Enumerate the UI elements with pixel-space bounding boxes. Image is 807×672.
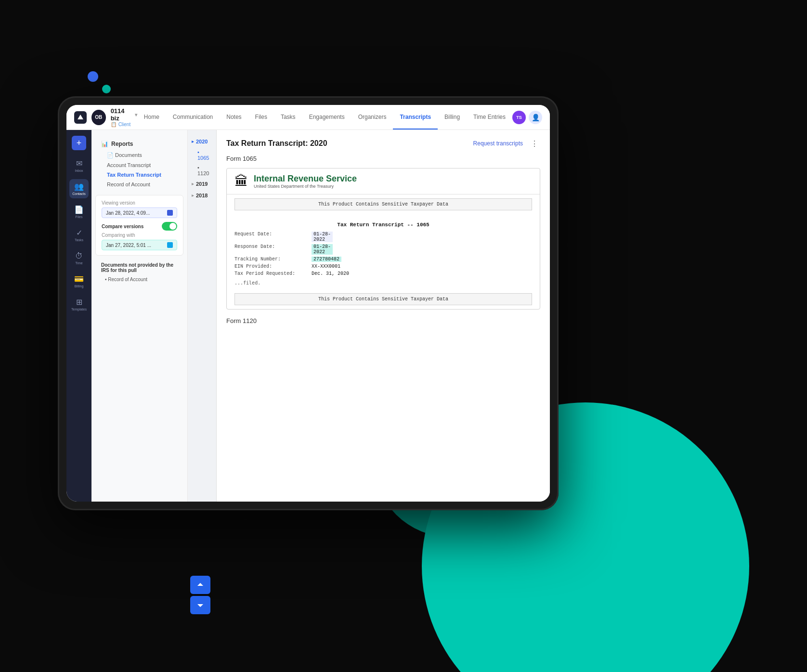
left-panel-documents[interactable]: 📄 Documents	[97, 150, 182, 160]
sidebar-item-contacts[interactable]: 👥 Contacts	[69, 179, 89, 198]
irs-document: 🏛 Internal Revenue Service United States…	[226, 168, 540, 310]
row-period: Tax Period Requested: Dec. 31, 2020	[234, 271, 532, 276]
left-panel-account-transcript[interactable]: Account Transcript	[97, 160, 182, 170]
time-icon: ⏱	[75, 252, 83, 260]
irs-title: Internal Revenue Service	[254, 174, 357, 184]
value-tracking: 272780482	[312, 257, 341, 262]
tab-tasks[interactable]: Tasks	[274, 105, 302, 129]
scroll-up-button[interactable]	[190, 576, 210, 594]
compare-versions-label: Compare versions	[102, 224, 143, 229]
row-request-date: Request Date: 01-28-2022	[234, 232, 532, 242]
left-panel-record-of-account[interactable]: Record of Account	[97, 180, 182, 189]
more-options-button[interactable]: ⋮	[529, 138, 540, 149]
scroll-down-button[interactable]	[190, 596, 210, 614]
field-response-date: Response Date:	[234, 244, 302, 255]
templates-icon: ⊞	[76, 297, 82, 307]
contacts-icon: 👥	[74, 182, 84, 191]
sidebar-item-templates[interactable]: ⊞ Templates	[69, 295, 89, 314]
transcript-actions: Request transcripts ⋮	[473, 138, 540, 149]
comparing-with-label: Comparing with	[102, 233, 177, 238]
form-1065[interactable]: • 1065	[188, 147, 216, 163]
section-title: Tax Return Transcript -- 1065	[234, 222, 532, 228]
sensitive-bar-bottom: This Product Contains Sensitive Taxpayer…	[234, 293, 532, 305]
year-2019[interactable]: 2019	[188, 178, 216, 190]
inbox-icon: ✉	[76, 159, 82, 168]
tab-home[interactable]: Home	[137, 105, 166, 129]
compare-row: Compare versions	[102, 222, 177, 231]
sidebar-item-inbox[interactable]: ✉ Inbox	[69, 156, 89, 175]
version-section: Viewing version Jan 28, 2022, 4:09... Co…	[95, 195, 183, 256]
field-tracking: Tracking Number:	[234, 257, 302, 262]
decoration-dot-blue	[88, 71, 98, 82]
value-ein: XX-XXX0001	[312, 264, 340, 269]
value-response-date: 01-28-2022	[312, 244, 333, 255]
tab-files[interactable]: Files	[248, 105, 274, 129]
row-response-date: Response Date: 01-28-2022	[234, 244, 532, 255]
irs-header: 🏛 Internal Revenue Service United States…	[227, 168, 540, 194]
billing-icon: 💳	[74, 274, 84, 284]
client-info: OB 0114 biz ▾ 📋 Client	[91, 107, 137, 127]
app-logo[interactable]	[74, 111, 87, 124]
version-dot-teal	[167, 242, 173, 248]
tab-time-entries[interactable]: Time Entries	[467, 105, 512, 129]
tab-transcripts[interactable]: Transcripts	[393, 105, 438, 129]
viewing-version-select[interactable]: Jan 28, 2022, 4:09...	[102, 207, 177, 218]
compare-toggle[interactable]	[162, 222, 177, 231]
client-name-area: 0114 biz ▾ 📋 Client	[111, 107, 137, 127]
sidebar-add-button[interactable]: +	[72, 136, 86, 150]
form-1120-label: Form 1120	[226, 317, 540, 324]
field-request-date: Request Date:	[234, 232, 302, 242]
client-avatar: OB	[91, 110, 106, 125]
sidebar-item-tasks[interactable]: ✓ Tasks	[69, 225, 89, 245]
field-period: Tax Period Requested:	[234, 271, 302, 276]
main-content: + ✉ Inbox 👥 Contacts 📄 Files ✓ Tasks	[66, 130, 550, 502]
tab-notes[interactable]: Notes	[220, 105, 248, 129]
tablet-screen: OB 0114 biz ▾ 📋 Client Home Communicatio…	[66, 105, 550, 502]
not-provided-record: • Record of Account	[97, 276, 182, 283]
avatar-ts[interactable]: TS	[512, 111, 526, 124]
year-2020[interactable]: 2020	[188, 136, 216, 147]
request-transcripts-link[interactable]: Request transcripts	[473, 140, 523, 147]
field-ein: EIN Provided:	[234, 264, 302, 269]
irs-subtitle: United States Department of the Treasury	[254, 184, 357, 189]
irs-shield-icon: 🏛	[234, 173, 248, 189]
tab-organizers[interactable]: Organizers	[351, 105, 393, 129]
version-dot-blue	[167, 210, 173, 216]
transcript-header: Tax Return Transcript: 2020 Request tran…	[226, 138, 540, 149]
avatar-user[interactable]: 👤	[529, 111, 542, 124]
left-panel-reports: 📊 Reports 📄 Documents Account Transcript…	[91, 136, 187, 191]
decoration-dot-teal	[102, 85, 111, 93]
not-provided-section: Documents not provided by the IRS for th…	[97, 259, 182, 283]
left-panel: 📊 Reports 📄 Documents Account Transcript…	[91, 130, 188, 502]
nav-tabs: Home Communication Notes Files Tasks Eng…	[137, 105, 512, 129]
sidebar-item-billing[interactable]: 💳 Billing	[69, 271, 89, 291]
sidebar-item-files[interactable]: 📄 Files	[69, 202, 89, 221]
transcript-area: Tax Return Transcript: 2020 Request tran…	[217, 130, 550, 502]
form-1120[interactable]: • 1120	[188, 163, 216, 178]
sidebar-item-time[interactable]: ⏱ Time	[69, 248, 89, 268]
tab-billing[interactable]: Billing	[438, 105, 467, 129]
irs-logo-area: Internal Revenue Service United States D…	[254, 174, 357, 189]
tablet-frame: OB 0114 biz ▾ 📋 Client Home Communicatio…	[58, 96, 559, 510]
viewing-version-label: Viewing version	[102, 200, 177, 206]
value-period: Dec. 31, 2020	[312, 271, 349, 276]
tab-communication[interactable]: Communication	[166, 105, 220, 129]
not-provided-label: Documents not provided by the IRS for th…	[97, 259, 182, 276]
filed-note: ...filed.	[234, 280, 532, 285]
year-2018[interactable]: 2018	[188, 190, 216, 201]
top-nav-bar: OB 0114 biz ▾ 📋 Client Home Communicatio…	[66, 105, 550, 130]
left-panel-tax-return-transcript[interactable]: Tax Return Transcript	[97, 170, 182, 180]
value-request-date: 01-28-2022	[312, 232, 333, 242]
row-ein: EIN Provided: XX-XXX0001	[234, 264, 532, 269]
comparing-select[interactable]: Jan 27, 2022, 5:01 ...	[102, 240, 177, 250]
form-label: Form 1065	[226, 155, 540, 162]
tasks-icon: ✓	[76, 228, 82, 237]
tab-engagements[interactable]: Engagements	[302, 105, 351, 129]
client-name[interactable]: 0114 biz ▾	[111, 107, 137, 122]
transcript-content: Tax Return Transcript -- 1065 Request Da…	[227, 214, 540, 289]
reports-section-title: 📊 Reports	[97, 138, 182, 150]
row-tracking: Tracking Number: 272780482	[234, 257, 532, 262]
sensitive-bar-top: This Product Contains Sensitive Taxpayer…	[234, 198, 532, 210]
year-nav: 2020 • 1065 • 1120 2019 2018	[188, 130, 217, 502]
transcript-title: Tax Return Transcript: 2020	[226, 139, 327, 148]
